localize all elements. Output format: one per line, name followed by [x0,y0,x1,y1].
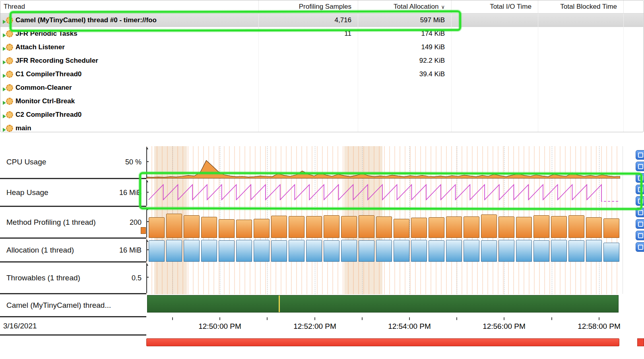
thread-cell: JFR Recording Scheduler [0,54,259,68]
green-arrow-icon[interactable] [3,74,6,78]
allocation-bar [254,240,270,262]
row-filler [624,95,644,108]
green-arrow-icon[interactable] [3,47,6,51]
thread-icon [3,110,13,119]
column-header-total-allocation[interactable]: Total Allocation∨ [358,0,452,13]
column-header-total-blocked-time[interactable]: Total Blocked Time [538,0,624,13]
gear-icon [6,84,13,91]
method-profiling-bar [149,217,165,238]
column-header-total-io-time[interactable]: Total I/O Time [452,0,538,13]
y-axis [146,264,147,293]
y-axis [146,240,147,261]
total-blocked-time-value [538,41,624,54]
thread-row[interactable]: Common-Cleaner [0,81,644,95]
side-toolbar-button[interactable] [636,173,644,183]
total-allocation-value [358,95,452,108]
thread-row[interactable]: Attach Listener149 KiB [0,41,644,54]
side-toolbar-button[interactable] [636,196,644,206]
total-io-time-value [452,81,538,95]
gear-icon [6,57,13,64]
thread-row[interactable]: JFR Recording Scheduler92.2 KiB [0,54,644,68]
green-arrow-icon[interactable] [3,33,6,37]
axis-tick [219,317,220,320]
thread-icon [3,56,13,65]
timeline-gutter: CPU Usage 50 % Heap Usage 16 MiB Method … [0,144,146,359]
column-header-thread[interactable]: Thread [0,0,259,13]
thread-row[interactable]: C2 CompilerThread0 [0,108,644,122]
lane-label: Throwables (1 thread) [6,274,80,282]
axis-tick [551,317,552,320]
thread-cell: Common-Cleaner [0,81,259,95]
timeline-chart-area[interactable]: 12:50:00 PM12:52:00 PM12:54:00 PM12:56:0… [146,144,620,359]
total-blocked-time-value [538,14,624,27]
total-blocked-time-value [538,27,624,41]
thread-row[interactable]: Monitor Ctrl-Break [0,95,644,108]
timeline-scrollbar-thumb[interactable] [146,338,619,346]
total-allocation-value: 174 KiB [358,27,452,41]
thread-row[interactable]: Camel (MyTinyCamel) thread #0 - timer://… [0,14,644,27]
timeline-scrollbar-end[interactable] [637,338,644,346]
event-marker-line [279,295,280,312]
time-axis: 12:50:00 PM12:52:00 PM12:54:00 PM12:56:0… [146,317,620,336]
axis-tick [172,317,173,320]
allocation-bar [236,240,252,262]
method-profiling-chart[interactable] [146,207,620,239]
heap-usage-chart[interactable] [146,179,620,207]
allocation-bar [429,240,444,262]
lane-label-cpu-usage: CPU Usage 50 % [0,146,146,179]
green-arrow-icon[interactable] [3,128,6,132]
side-toolbar-button[interactable] [636,242,644,252]
cpu-usage-chart[interactable] [146,146,620,179]
thread-lifespan-lane[interactable] [146,294,620,317]
date-label-row: 3/16/2021 [0,317,146,336]
method-profiling-bar [586,217,602,238]
allocation-bar [149,240,165,262]
green-arrow-icon[interactable] [3,60,6,64]
allocation-bar [516,240,532,262]
thread-cell: Camel (MyTinyCamel) thread #0 - timer://… [0,14,259,27]
total-io-time-value [452,41,538,54]
lane-label: CPU Usage [6,158,46,166]
date-label: 3/16/2021 [3,322,37,330]
header-filler [624,0,644,13]
thread-row[interactable]: main [0,122,644,132]
gear-icon [6,44,13,51]
side-toolbar-button[interactable] [636,185,644,194]
thread-row[interactable]: JFR Periodic Tasks11174 KiB [0,27,644,41]
thread-lifespan-bar[interactable] [147,295,619,313]
allocation-chart[interactable] [146,239,620,262]
side-toolbar-button[interactable] [636,231,644,240]
thread-name: Common-Cleaner [16,81,72,95]
side-toolbar-button[interactable] [636,162,644,171]
thread-icon [3,43,13,52]
y-axis [146,180,147,206]
profiler-window: Thread Profiling Samples Total Allocatio… [0,0,644,359]
side-toolbar-button[interactable] [636,150,644,160]
green-arrow-icon[interactable] [3,101,6,105]
lane-scale: 16 MiB [119,188,142,197]
allocation-bar [586,240,602,262]
method-profiling-bar [341,216,357,238]
green-arrow-icon[interactable] [3,114,6,118]
allocation-bar [464,240,479,262]
row-filler [624,108,644,122]
thread-cell: Attach Listener [0,41,259,54]
allocation-bar [533,240,549,262]
allocation-bar [201,240,217,262]
gear-icon [6,111,13,118]
thread-name: C1 CompilerThread0 [16,68,81,81]
side-toolbar-button[interactable] [636,208,644,217]
total-blocked-time-value [538,95,624,108]
green-arrow-icon[interactable] [3,20,6,24]
throwables-chart[interactable] [146,262,620,294]
lane-label-throwables: Throwables (1 thread) 0.5 [0,262,146,294]
method-profiling-bar [254,219,270,238]
axis-tick [409,317,410,320]
total-io-time-value [452,68,538,81]
table-header: Thread Profiling Samples Total Allocatio… [0,0,644,14]
thread-row[interactable]: C1 CompilerThread039.4 KiB [0,68,644,81]
green-arrow-icon[interactable] [3,87,6,91]
side-toolbar-button[interactable] [636,219,644,229]
column-header-profiling-samples[interactable]: Profiling Samples [259,0,358,13]
total-io-time-value [452,95,538,108]
